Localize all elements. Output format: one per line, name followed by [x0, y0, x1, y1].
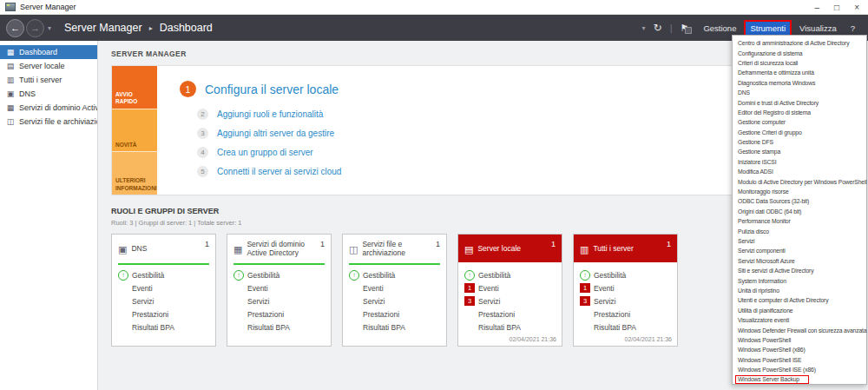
- row-link[interactable]: Eventi: [478, 284, 499, 293]
- card-row[interactable]: ↑ Servizi: [349, 294, 446, 307]
- card-row[interactable]: ↑ Eventi: [349, 281, 446, 294]
- history-caret-icon[interactable]: ▾: [48, 24, 51, 32]
- card-row[interactable]: ↑ Prestazioni: [233, 307, 331, 321]
- row-link[interactable]: Servizi: [594, 297, 616, 306]
- tools-menu-item[interactable]: Siti e servizi di Active Directory: [733, 266, 866, 275]
- row-link[interactable]: Servizi: [478, 297, 501, 306]
- card-row[interactable]: ↑ Prestazioni: [349, 307, 446, 321]
- card-header[interactable]: ▦ Servizi di dominio Active Directory 1: [227, 235, 331, 262]
- card-row[interactable]: ↑ Gestibilità: [580, 268, 677, 281]
- tools-menu-item[interactable]: Gestione computer: [733, 117, 866, 127]
- tools-menu-item[interactable]: Iniziatore iSCSI: [733, 157, 866, 167]
- card-row[interactable]: ↑ Gestibilità: [118, 268, 215, 281]
- breadcrumb-root[interactable]: Server Manager: [64, 22, 142, 34]
- card-row[interactable]: ↑ 1 Eventi: [464, 281, 562, 294]
- tools-menu-item[interactable]: Gestione DFS: [733, 137, 866, 147]
- card-header[interactable]: ▤ Server locale 1: [458, 235, 562, 262]
- tools-menu-item[interactable]: Utilità di pianificazione: [733, 306, 866, 315]
- row-link[interactable]: Gestibilità: [247, 271, 279, 280]
- row-link[interactable]: Prestazioni: [594, 310, 630, 319]
- card-row[interactable]: ↑ Prestazioni: [580, 307, 677, 321]
- tools-menu-item[interactable]: Monitoraggio risorse: [733, 187, 866, 196]
- card-row[interactable]: ↑ Risultati BPA: [464, 321, 562, 334]
- card-row[interactable]: ↑ Risultati BPA: [233, 321, 331, 334]
- row-link[interactable]: Risultati BPA: [247, 323, 290, 332]
- tools-menu-item[interactable]: Windows PowerShell: [733, 335, 866, 345]
- sidebar-item-dns[interactable]: ▣ DNS: [0, 87, 97, 101]
- row-link[interactable]: Prestazioni: [132, 310, 168, 319]
- tools-menu-item[interactable]: Editor del Registro di sistema: [733, 108, 866, 117]
- card-row[interactable]: ↑ 3 Servizi: [580, 294, 677, 307]
- row-link[interactable]: Eventi: [594, 284, 615, 293]
- forward-button[interactable]: →: [26, 19, 44, 37]
- menu-strumenti[interactable]: Strumenti: [746, 22, 790, 35]
- tools-menu-item[interactable]: Unità di ripristino: [733, 286, 866, 295]
- tools-menu-item[interactable]: Performance Monitor: [733, 216, 866, 226]
- row-link[interactable]: Prestazioni: [363, 310, 399, 319]
- step-link[interactable]: Aggiungi ruoli e funzionalità: [217, 109, 323, 119]
- refresh-icon[interactable]: ↻: [654, 22, 662, 34]
- row-link[interactable]: Prestazioni: [247, 310, 284, 319]
- close-button[interactable]: ×: [854, 3, 859, 12]
- card-header[interactable]: ▣ DNS 1: [112, 235, 215, 262]
- tab-avvio-rapido[interactable]: AVVIO RAPIDO: [112, 66, 157, 109]
- tools-menu-item[interactable]: Windows PowerShell (x86): [733, 345, 866, 354]
- back-button[interactable]: ←: [6, 19, 24, 37]
- row-link[interactable]: Servizi: [247, 297, 270, 306]
- sidebar-item-ad-ds[interactable]: ▦ Servizi di dominio Activ...: [0, 101, 97, 115]
- tools-menu-item[interactable]: Servizi componenti: [733, 246, 866, 255]
- menu-visualizza[interactable]: Visualizza: [795, 22, 841, 35]
- step-link[interactable]: Crea un gruppo di server: [217, 148, 313, 157]
- tools-menu-item[interactable]: Windows Server Backup: [733, 374, 866, 384]
- card-row[interactable]: ↑ Gestibilità: [233, 268, 331, 281]
- notifications-flag-icon[interactable]: ⚑: [681, 23, 689, 34]
- menu-gestione[interactable]: Gestione: [699, 22, 740, 35]
- tools-menu-item[interactable]: Modulo di Active Directory per Windows P…: [733, 176, 866, 186]
- row-link[interactable]: Eventi: [132, 284, 153, 293]
- row-link[interactable]: Eventi: [247, 284, 268, 293]
- tools-menu-item[interactable]: System Information: [733, 275, 866, 285]
- sidebar-item-server-locale[interactable]: ▤ Server locale: [0, 59, 97, 73]
- tools-menu-item[interactable]: Deframmenta e ottimizza unità: [733, 68, 866, 77]
- card-row[interactable]: ↑ Gestibilità: [349, 268, 446, 281]
- tools-menu-item[interactable]: Diagnostica memoria Windows: [733, 78, 866, 88]
- step-link[interactable]: Aggiungi altri server da gestire: [217, 129, 334, 138]
- tools-menu-item[interactable]: Domini e trust di Active Directory: [733, 97, 866, 107]
- card-row[interactable]: ↑ Prestazioni: [118, 307, 215, 321]
- tools-menu-item[interactable]: Criteri di sicurezza locali: [733, 58, 866, 68]
- step-link[interactable]: Configura il server locale: [205, 83, 339, 96]
- row-link[interactable]: Risultati BPA: [363, 323, 405, 332]
- row-link[interactable]: Prestazioni: [478, 310, 515, 319]
- card-row[interactable]: ↑ Risultati BPA: [580, 321, 677, 334]
- maximize-button[interactable]: □: [834, 3, 839, 12]
- tools-menu-item[interactable]: Utenti e computer di Active Directory: [733, 295, 866, 305]
- card-row[interactable]: ↑ Eventi: [118, 281, 215, 294]
- tab-novita[interactable]: NOVITÀ: [112, 109, 157, 152]
- tools-menu-item[interactable]: Windows PowerShell ISE (x86): [733, 365, 866, 374]
- sidebar-item-tutti-i-server[interactable]: ▥ Tutti i server: [0, 73, 97, 87]
- card-row[interactable]: ↑ 1 Eventi: [580, 281, 677, 294]
- tools-menu-item[interactable]: Windows Defender Firewall con sicurezza …: [733, 325, 866, 334]
- row-link[interactable]: Gestibilità: [132, 271, 164, 280]
- card-row[interactable]: ↑ Prestazioni: [464, 307, 562, 321]
- card-row[interactable]: ↑ Servizi: [233, 294, 331, 307]
- step-link[interactable]: Connetti il server ai servizi cloud: [217, 167, 341, 176]
- row-link[interactable]: Gestibilità: [594, 271, 626, 280]
- menu-help[interactable]: ?: [846, 22, 859, 35]
- card-row[interactable]: ↑ Gestibilità: [464, 268, 562, 281]
- tools-menu-item[interactable]: Servizi: [733, 236, 866, 246]
- tools-menu-item[interactable]: Modifica ADSI: [733, 167, 866, 176]
- card-header[interactable]: ◫ Servizi file e archiviazione 1: [343, 235, 446, 262]
- card-header[interactable]: ▥ Tutti i server 1: [574, 235, 677, 262]
- tools-menu-item[interactable]: DNS: [733, 88, 866, 97]
- tools-menu-item[interactable]: Centro di amministrazione di Active Dire…: [733, 38, 866, 48]
- tools-menu-item[interactable]: Windows PowerShell ISE: [733, 355, 866, 365]
- refresh-caret-icon[interactable]: ▾: [642, 24, 646, 32]
- tools-menu-item[interactable]: Configurazione di sistema: [733, 48, 866, 57]
- tools-menu-item[interactable]: Visualizzatore eventi: [733, 315, 866, 325]
- tools-menu-item[interactable]: Gestione stampa: [733, 147, 866, 156]
- row-link[interactable]: Eventi: [363, 284, 384, 293]
- row-link[interactable]: Risultati BPA: [478, 323, 521, 332]
- row-link[interactable]: Servizi: [132, 297, 155, 306]
- card-row[interactable]: ↑ Eventi: [233, 281, 331, 294]
